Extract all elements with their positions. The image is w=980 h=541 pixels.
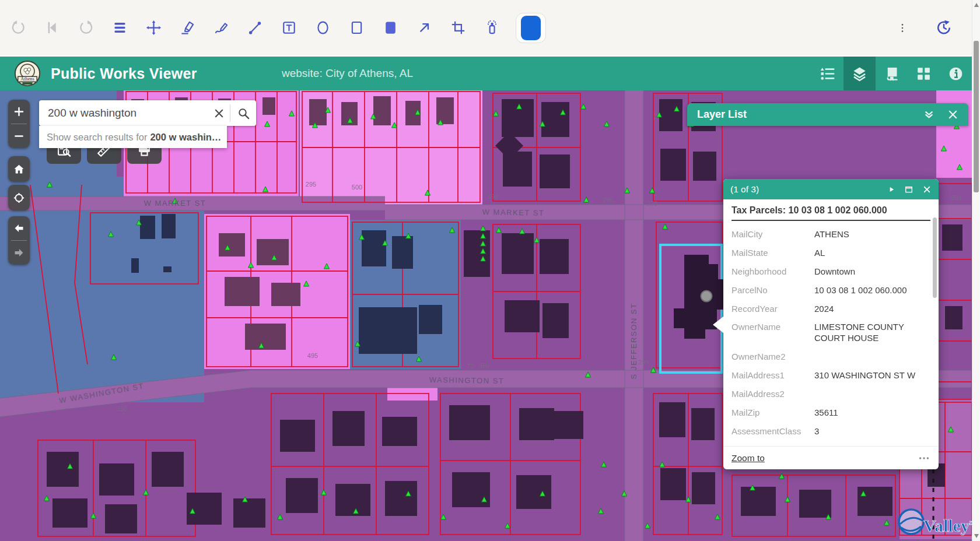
undo-tool[interactable] — [5, 15, 32, 41]
previous-extent-button[interactable] — [8, 216, 30, 240]
feature-popup: (1 of 3) Tax Parcels: 10 03 08 1 002 060… — [723, 179, 939, 469]
next-extent-button[interactable] — [8, 241, 30, 265]
field-row-MailCity: MailCityATHENS — [732, 226, 930, 244]
field-label: AssessmentClass — [732, 426, 810, 437]
field-value: 2024 — [814, 304, 930, 315]
rectangle-tool[interactable] — [344, 15, 370, 41]
field-label: Neighborhood — [732, 266, 810, 277]
close-panel-button[interactable] — [947, 108, 959, 121]
nav-basemap-gallery-button[interactable] — [908, 57, 940, 90]
ellipse-tool[interactable] — [310, 15, 336, 41]
svg-text:S JEFFERSON ST: S JEFFERSON ST — [629, 303, 638, 380]
home-extent-button[interactable] — [8, 156, 30, 182]
svg-text:298: 298 — [647, 200, 657, 207]
svg-text:299: 299 — [638, 359, 649, 366]
scroll-down-arrow[interactable] — [974, 534, 979, 538]
collapse-panel-button[interactable] — [923, 108, 935, 121]
svg-text:390: 390 — [117, 405, 127, 412]
svg-text:Valleymls.com: Valleymls.com — [923, 516, 972, 535]
zoom-out-button[interactable] — [8, 124, 30, 148]
field-row-MailZip: MailZip35611 — [732, 404, 930, 423]
extent-nav-controls — [8, 216, 30, 265]
field-row-MailAddress1: MailAddress1310 WASHINGTON ST W — [732, 367, 930, 385]
field-value: 10 03 08 1 002 060.000 — [814, 285, 930, 296]
field-row-AssessmentClass: AssessmentClass3 — [732, 423, 930, 441]
popup-footer: Zoom to — [723, 446, 939, 469]
previous-extent-tool[interactable] — [39, 15, 65, 41]
next-feature-button[interactable] — [887, 185, 895, 194]
field-row-OwnerName2: OwnerName2 — [732, 348, 930, 367]
scroll-up-arrow[interactable] — [974, 3, 979, 7]
popup-pointer — [713, 317, 723, 333]
field-label: MailAddress1 — [732, 370, 810, 381]
field-value: 35611 — [814, 407, 930, 419]
popup-scrollbar-thumb[interactable] — [933, 217, 937, 298]
popup-title-divider — [732, 220, 930, 221]
clear-search-button[interactable] — [208, 101, 230, 125]
svg-text:295: 295 — [306, 181, 316, 188]
app-subtitle: website: City of Athens, AL — [282, 67, 413, 80]
redo-tool[interactable] — [73, 15, 99, 41]
locate-control — [8, 185, 30, 210]
nav-legend-button[interactable] — [811, 57, 844, 90]
attribute-table: MailCityATHENSMailStateALNeighborhoodDow… — [723, 224, 939, 441]
menu-tool[interactable] — [107, 15, 133, 41]
svg-text:495: 495 — [307, 352, 318, 359]
more-options-button[interactable] — [894, 16, 911, 40]
line-tool[interactable] — [242, 15, 268, 41]
history-button[interactable] — [932, 16, 956, 40]
markup-toolbar — [0, 0, 972, 57]
field-row-MailAddress2: MailAddress2 — [732, 385, 930, 404]
search-suggestion[interactable]: Show search results for 200 w washin… — [39, 126, 227, 148]
freehand-draw-tool[interactable] — [208, 15, 235, 41]
filled-rectangle-tool[interactable] — [377, 15, 404, 41]
dock-popup-button[interactable] — [904, 185, 914, 194]
feature-counter: (1 of 3) — [730, 184, 759, 195]
close-popup-button[interactable] — [922, 185, 932, 194]
arrow-tool[interactable] — [411, 15, 438, 41]
app-header: Athens Public Works Viewer website: City… — [0, 57, 972, 90]
search-input[interactable] — [39, 106, 208, 120]
search-button[interactable] — [230, 101, 256, 125]
highlighter-tool[interactable] — [174, 15, 201, 41]
field-value: Downtown — [814, 266, 930, 277]
svg-text:291: 291 — [951, 194, 962, 201]
spray-tool[interactable] — [479, 15, 505, 41]
field-value: 310 WASHINGTON ST W — [814, 370, 930, 381]
layer-list-panel: Layer List — [687, 103, 968, 126]
zoom-controls — [8, 100, 30, 148]
suggestion-prefix: Show search results for — [47, 132, 147, 143]
layer-list-title: Layer List — [697, 108, 747, 121]
field-value — [814, 352, 930, 363]
popup-actions-button[interactable] — [918, 452, 930, 465]
nav-bookmarks-button[interactable] — [876, 57, 908, 90]
field-row-RecordYear: RecordYear2024 — [732, 300, 930, 319]
svg-text:500: 500 — [352, 184, 362, 191]
field-label: MailState — [732, 248, 810, 259]
field-row-Neighborhood: NeighborhoodDowntown — [732, 263, 930, 282]
svg-text:WASHINGTON ST: WASHINGTON ST — [429, 375, 505, 385]
my-location-button[interactable] — [8, 185, 30, 210]
svg-text:W MARKET ST: W MARKET ST — [144, 199, 206, 208]
move-tool[interactable] — [141, 15, 167, 41]
field-row-OwnerName: OwnerNameLIMESTONE COUNTY COURT HOUSE — [732, 318, 930, 348]
zoom-in-button[interactable] — [8, 100, 30, 124]
nav-layer-list-button[interactable] — [844, 57, 876, 90]
field-label: OwnerName2 — [732, 352, 810, 363]
text-tool[interactable] — [276, 15, 302, 41]
app-title: Public Works Viewer — [51, 65, 197, 82]
map-container: W MARKET STW MARKET STWASHINGTON STS JEF… — [0, 90, 972, 541]
svg-text:Athens: Athens — [20, 76, 34, 82]
crop-tool[interactable] — [445, 15, 471, 41]
svg-text:296: 296 — [603, 196, 614, 203]
page-scrollbar[interactable] — [972, 0, 980, 541]
svg-text:W MARKET ST: W MARKET ST — [482, 208, 545, 217]
popup-title: Tax Parcels: 10 03 08 1 002 060.000 — [723, 199, 939, 220]
color-swatch-button[interactable] — [516, 13, 546, 43]
field-row-MailState: MailStateAL — [732, 244, 930, 263]
nav-info-button[interactable] — [940, 57, 972, 90]
field-label: RecordYear — [732, 304, 810, 315]
scrollbar-thumb[interactable] — [974, 41, 979, 192]
field-value: ATHENS — [814, 229, 930, 240]
zoom-to-link[interactable]: Zoom to — [732, 453, 765, 463]
